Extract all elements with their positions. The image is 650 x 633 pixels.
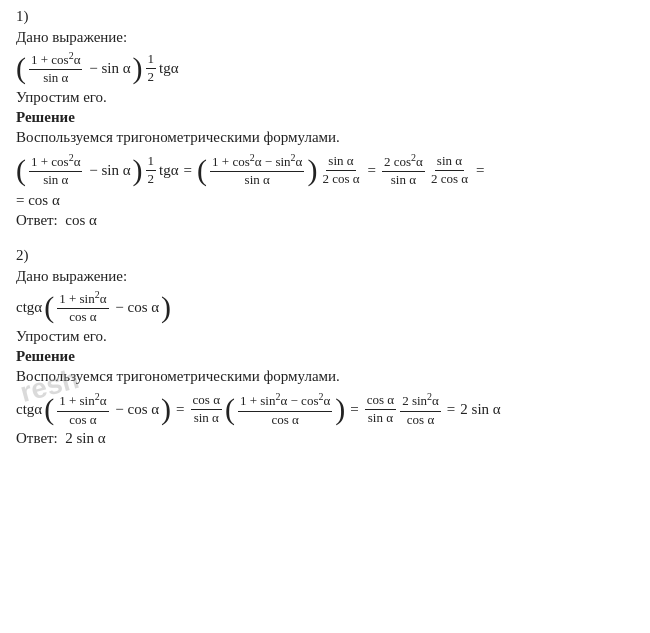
minus-sin: − sin α — [85, 60, 130, 77]
problem-1-number: 1) — [16, 8, 634, 25]
problem-1-solution-label: Решение — [16, 109, 634, 126]
problem-2-simplify: Упростим его. — [16, 328, 634, 345]
problem-1-simplify: Упростим его. — [16, 89, 634, 106]
frac-half: 1 2 — [146, 51, 157, 86]
tg-alpha: tgα — [159, 60, 179, 77]
problem-1-step1: ( 1 + cos2α sin α − sin α ) 1 2 tgα = ( … — [16, 151, 634, 189]
problem-1-block: 1) Дано выражение: ( 1 + cos2α sin α − s… — [16, 8, 634, 229]
page-content: 1) Дано выражение: ( 1 + cos2α sin α − s… — [16, 8, 634, 447]
problem-1-given: Дано выражение: — [16, 29, 634, 46]
problem-1-expression: ( 1 + cos2α sin α − sin α ) 1 2 tgα — [16, 49, 634, 87]
problem-1-answer: Ответ: cos α — [16, 212, 634, 229]
left-paren-1: ( — [16, 53, 26, 83]
problem-2-answer: Ответ: 2 sin α — [16, 430, 634, 447]
problem-2-step1: ctgα ( 1 + sin2α cos α − cos α ) = cos α… — [16, 390, 634, 428]
problem-2-block: 2) Дано выражение: ctgα ( 1 + sin2α cos … — [16, 247, 634, 447]
problem-2-number: 2) — [16, 247, 634, 264]
problem-2-solution-label: Решение — [16, 348, 634, 365]
problem-1-result: = cos α — [16, 192, 634, 209]
problem-2-formula-note: Воспользуемся тригонометрическими формул… — [16, 368, 634, 385]
problem-2-expression: ctgα ( 1 + sin2α cos α − cos α ) — [16, 288, 634, 326]
right-paren-1: ) — [133, 53, 143, 83]
problem-1-formula-note: Воспользуемся тригонометрическими формул… — [16, 129, 634, 146]
problem-2-given: Дано выражение: — [16, 268, 634, 285]
frac-1plus-cos2: 1 + cos2α sin α — [29, 49, 82, 87]
